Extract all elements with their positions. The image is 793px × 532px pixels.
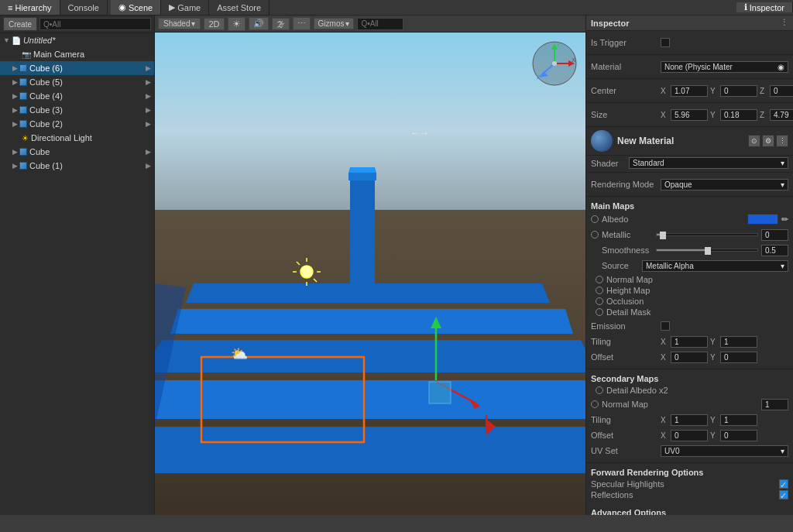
hierarchy-item-main-camera[interactable]: 📷 Main Camera: [0, 47, 154, 61]
shaded-dropdown[interactable]: Shaded ▾: [158, 18, 201, 29]
hierarchy-item-cube-4[interactable]: ▶ Cube (4) ▶: [0, 89, 154, 103]
arrow-right-icon: ▶: [146, 92, 151, 100]
scene-toolbar: Shaded ▾ 2D ☀ 🔊 🌫 ⋯ Gizmos ▾: [155, 15, 585, 33]
center-z-input[interactable]: [770, 85, 793, 97]
emission-row: Emission: [591, 319, 788, 333]
arrow-right-icon: ▶: [146, 148, 151, 156]
secondary-normal-row: Normal Map: [591, 397, 788, 411]
rendering-mode-row: Rendering Mode Opaque ▾: [591, 177, 788, 191]
occlusion-toggle[interactable]: [596, 297, 603, 305]
hierarchy-panel: Create ▼ 📄 Untitled* 📷 Main Camera ▶ Cub…: [0, 15, 155, 515]
secondary-maps-section: Secondary Maps Detail Albedo x2 Normal M…: [586, 369, 793, 463]
center-y-input[interactable]: [720, 85, 757, 97]
effects-button[interactable]: 🌫: [272, 18, 290, 30]
rendering-mode-section: Rendering Mode Opaque ▾: [586, 173, 793, 197]
hierarchy-item-cube-5[interactable]: ▶ Cube (5) ▶: [0, 75, 154, 89]
tab-asset-store[interactable]: Asset Store: [209, 0, 269, 15]
smoothness-value-input[interactable]: [761, 245, 788, 256]
hierarchy-item-cube-3[interactable]: ▶ Cube (3) ▶: [0, 103, 154, 117]
main-maps-title: Main Maps: [591, 201, 788, 211]
audio-button[interactable]: 🔊: [249, 17, 269, 30]
center-x-input[interactable]: [671, 85, 708, 97]
rendering-mode-dropdown[interactable]: Opaque ▾: [661, 179, 788, 190]
is-trigger-checkbox[interactable]: [661, 38, 670, 47]
material-sphere-preview: [591, 130, 613, 152]
tab-scene[interactable]: ◉ Scene: [111, 0, 161, 15]
albedo-toggle[interactable]: [591, 215, 599, 223]
albedo-color-swatch[interactable]: [747, 214, 778, 225]
uv-set-dropdown[interactable]: UV0 ▾: [661, 445, 788, 457]
hierarchy-toolbar: Create: [0, 15, 154, 33]
secondary-normal-toggle[interactable]: [591, 400, 599, 408]
tiling-row: Tiling X Y: [591, 335, 788, 348]
normal-map-toggle[interactable]: [596, 276, 603, 283]
metallic-toggle[interactable]: [591, 231, 599, 239]
hierarchy-item-cube-2[interactable]: ▶ Cube (2) ▶: [0, 117, 154, 131]
tab-game[interactable]: ▶ Game: [161, 0, 209, 15]
create-button[interactable]: Create: [3, 17, 37, 31]
material-dropdown[interactable]: None (Physic Mater ◉: [661, 61, 788, 73]
eyedropper-icon[interactable]: ✏: [781, 215, 788, 225]
sec-offset-x-input[interactable]: [671, 430, 708, 441]
scene-view[interactable]: ⛅ ←→ Y X Z: [155, 33, 585, 515]
inspector-menu-icon[interactable]: ⋮: [780, 18, 788, 28]
lighting-button[interactable]: ☀: [228, 17, 245, 31]
shader-row: Shader Standard ▾: [586, 156, 793, 173]
hierarchy-search-input[interactable]: [39, 18, 151, 30]
material-more-btn[interactable]: ⋮: [776, 135, 788, 147]
size-x-input[interactable]: [671, 109, 708, 121]
source-row: Source Metallic Alpha ▾: [591, 259, 788, 273]
specular-highlights-checkbox[interactable]: ✓: [779, 479, 788, 489]
tab-hierarchy[interactable]: ≡ Hierarchy: [0, 0, 60, 15]
2d-button[interactable]: 2D: [204, 18, 224, 30]
tab-inspector[interactable]: ℹ Inspector: [736, 2, 793, 12]
scene-search-input[interactable]: [357, 18, 403, 30]
cube-icon: [19, 92, 27, 100]
offset-x-input[interactable]: [671, 352, 708, 363]
metallic-slider[interactable]: [656, 233, 758, 236]
metallic-value-input[interactable]: [761, 229, 788, 241]
tab-console[interactable]: Console: [60, 0, 108, 15]
hierarchy-item-directional-light[interactable]: ☀ Directional Light: [0, 131, 154, 145]
material-select-btn[interactable]: ⊙: [748, 135, 760, 147]
chevron-icon: ▾: [781, 447, 784, 455]
sec-offset-y-input[interactable]: [720, 430, 757, 441]
reflections-checkbox[interactable]: ✓: [779, 490, 788, 499]
material-row: Material None (Physic Mater ◉: [591, 60, 788, 74]
scene-file-icon: 📄: [12, 36, 21, 45]
offset-y-input[interactable]: [720, 352, 757, 363]
hierarchy-item-cube-1[interactable]: ▶ Cube (1) ▶: [0, 159, 154, 173]
scene-settings-button[interactable]: ⋯: [293, 17, 311, 30]
chevron-icon: ▾: [781, 262, 784, 270]
hierarchy-item-cube-6[interactable]: ▶ Cube (6) ▶: [0, 61, 154, 75]
sec-tiling-y-input[interactable]: [720, 414, 757, 426]
tiling-y-input[interactable]: [720, 336, 757, 348]
detail-albedo-toggle[interactable]: [596, 386, 603, 394]
inspector-header: Inspector ⋮: [586, 15, 793, 31]
scene-3d-canvas: ⛅ ←→: [155, 33, 585, 515]
size-z-input[interactable]: [770, 109, 793, 121]
smoothness-slider[interactable]: [656, 249, 758, 252]
hierarchy-item-cube[interactable]: ▶ Cube ▶: [0, 145, 154, 159]
detail-mask-row: Detail Mask: [591, 307, 788, 317]
arrow-right-icon: ▶: [146, 120, 151, 128]
sec-tiling-x-input[interactable]: [671, 414, 708, 426]
light-icon: ☀: [22, 134, 29, 142]
height-map-row: Height Map: [591, 285, 788, 296]
cube-icon: [19, 162, 27, 170]
gizmos-dropdown[interactable]: Gizmos ▾: [314, 18, 355, 29]
albedo-row: Albedo ✏: [591, 212, 788, 226]
material-settings-btn[interactable]: ⚙: [762, 135, 774, 147]
cube-icon: [19, 64, 27, 72]
emission-checkbox[interactable]: [661, 321, 670, 331]
detail-mask-toggle[interactable]: [596, 308, 603, 316]
secondary-normal-value[interactable]: [761, 399, 788, 410]
secondary-tiling-xyz: X Y: [661, 414, 757, 426]
size-y-input[interactable]: [720, 109, 757, 121]
source-dropdown[interactable]: Metallic Alpha ▾: [642, 260, 788, 272]
shader-dropdown[interactable]: Standard ▾: [629, 157, 788, 169]
height-map-toggle[interactable]: [596, 287, 603, 294]
material-buttons: ⊙ ⚙ ⋮: [748, 135, 788, 147]
tiling-x-input[interactable]: [671, 336, 708, 348]
hierarchy-item-untitled[interactable]: ▼ 📄 Untitled*: [0, 33, 154, 47]
